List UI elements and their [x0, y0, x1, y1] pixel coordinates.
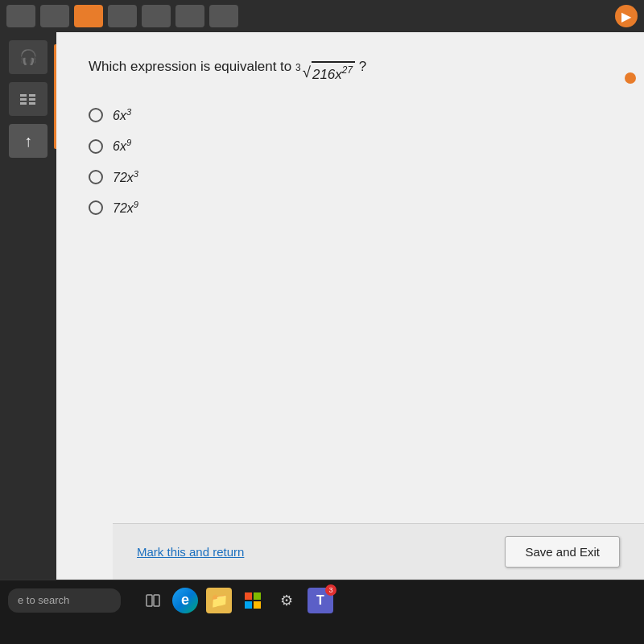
choice-b[interactable]: 6x9: [89, 138, 612, 154]
toolbar-btn-2[interactable]: [40, 5, 69, 27]
toolbar-btn-4[interactable]: [108, 5, 137, 27]
split-view-icon: [145, 592, 161, 609]
radio-b[interactable]: [89, 139, 103, 154]
up-arrow-icon: ↑: [24, 132, 32, 151]
choices-list: 6x3 6x9 72x3 72x9: [89, 107, 612, 216]
toolbar-btn-5[interactable]: [142, 5, 171, 27]
svg-rect-2: [245, 592, 252, 600]
folder-icon: 📁: [210, 592, 228, 609]
choice-b-label: 6x9: [113, 138, 131, 154]
choice-a[interactable]: 6x3: [89, 107, 612, 123]
radio-d[interactable]: [89, 200, 103, 215]
right-arrow-icon: ▶: [621, 9, 631, 24]
question-prefix: Which expression is equivalent to: [89, 59, 295, 74]
svg-rect-0: [147, 595, 152, 606]
windows-logo-icon: [244, 592, 262, 609]
edge-icon: e: [181, 592, 189, 609]
taskbar: e to search e 📁 ⚙: [0, 580, 644, 620]
teams-notification-badge: 3: [325, 584, 336, 596]
taskbar-search-text: e to search: [18, 594, 69, 606]
folder-icon-btn[interactable]: 📁: [206, 588, 232, 613]
calculator-icon-btn[interactable]: [9, 82, 47, 116]
taskbar-split-icon[interactable]: [142, 589, 164, 612]
next-arrow-btn[interactable]: ▶: [615, 5, 638, 27]
top-toolbar: ▶: [0, 0, 644, 32]
taskbar-search[interactable]: e to search: [8, 588, 121, 613]
save-exit-button[interactable]: Save and Exit: [505, 536, 620, 568]
headphones-icon-btn[interactable]: 🎧: [9, 40, 47, 74]
calculator-icon: [20, 94, 36, 105]
toolbar-btn-1[interactable]: [6, 5, 35, 27]
settings-icon-btn[interactable]: ⚙: [274, 588, 299, 613]
math-expression: 3 √ 216x27: [295, 61, 355, 85]
radio-a[interactable]: [89, 108, 103, 122]
mark-return-link[interactable]: Mark this and return: [137, 545, 244, 559]
choice-d[interactable]: 72x9: [89, 200, 612, 216]
main-area: 🎧 ↑ Which expression is equivalent to 3 …: [0, 32, 644, 580]
orange-indicator: [625, 72, 636, 84]
choice-a-label: 6x3: [113, 107, 131, 123]
edge-icon-btn[interactable]: e: [172, 588, 198, 613]
headphones-icon: 🎧: [19, 48, 37, 66]
toolbar-btn-6[interactable]: [175, 5, 204, 27]
bottom-bar: Mark this and return Save and Exit: [113, 523, 644, 580]
svg-rect-1: [154, 595, 159, 606]
gear-icon: ⚙: [280, 592, 293, 609]
choice-d-label: 72x9: [113, 200, 138, 216]
toolbar-btn-3[interactable]: [74, 5, 103, 27]
teams-icon-btn[interactable]: T 3: [308, 588, 333, 613]
question-suffix: ?: [359, 59, 366, 74]
radical-index: 3: [295, 61, 301, 76]
question-text: Which expression is equivalent to 3 √ 21…: [89, 56, 612, 85]
choice-c-label: 72x3: [113, 169, 138, 185]
radical-content: 216x27: [312, 61, 355, 85]
radio-c[interactable]: [89, 170, 103, 184]
svg-rect-5: [254, 601, 261, 609]
svg-rect-3: [254, 592, 261, 600]
up-arrow-icon-btn[interactable]: ↑: [9, 124, 47, 158]
teams-icon: T: [316, 593, 324, 608]
sidebar: 🎧 ↑: [0, 32, 56, 580]
svg-rect-4: [245, 601, 252, 609]
taskbar-icons: e 📁 ⚙ T 3: [142, 588, 333, 613]
toolbar-btn-7[interactable]: [209, 5, 238, 27]
windows-icon-btn[interactable]: [240, 588, 266, 613]
content-area: Which expression is equivalent to 3 √ 21…: [56, 32, 644, 580]
choice-c[interactable]: 72x3: [89, 169, 612, 185]
radical-symbol: √: [303, 61, 311, 84]
